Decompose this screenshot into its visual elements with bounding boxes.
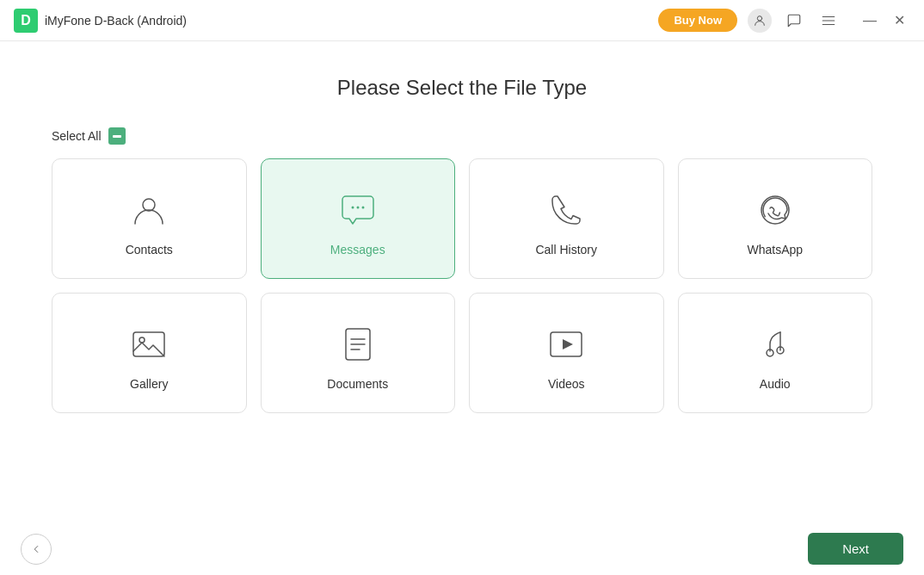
close-button[interactable]: ✕ (889, 10, 910, 30)
svg-point-7 (361, 207, 364, 209)
audio-label: Audio (760, 377, 791, 391)
window-controls: — ✕ (858, 10, 910, 30)
page-title: Please Select the File Type (337, 76, 587, 100)
file-card-whatsapp[interactable]: WhatsApp (678, 158, 873, 279)
svg-point-6 (356, 207, 359, 209)
select-all-checkbox[interactable] (108, 127, 126, 145)
file-card-videos[interactable]: Videos (469, 293, 664, 413)
call-history-icon (544, 188, 588, 232)
call-history-label: Call History (535, 243, 597, 257)
menu-icon[interactable] (816, 9, 841, 33)
gallery-label: Gallery (130, 377, 168, 391)
messages-icon (336, 188, 380, 232)
messages-label: Messages (330, 243, 385, 257)
audio-icon (753, 322, 798, 367)
chat-icon[interactable] (782, 9, 806, 33)
whatsapp-icon (753, 188, 798, 232)
app-logo: D (14, 9, 38, 33)
back-button[interactable] (21, 534, 52, 565)
svg-marker-16 (563, 339, 573, 349)
titlebar-actions: Buy Now — ✕ (658, 9, 910, 33)
svg-point-0 (757, 15, 761, 20)
bottom-bar: Next (0, 522, 924, 575)
select-all-row: Select All (52, 127, 872, 145)
documents-icon (336, 322, 380, 367)
file-card-call-history[interactable]: Call History (469, 158, 664, 279)
videos-label: Videos (548, 377, 585, 391)
app-title: iMyFone D-Back (Android) (45, 14, 658, 28)
minimize-button[interactable]: — (858, 10, 882, 30)
titlebar: D iMyFone D-Back (Android) Buy Now — ✕ (0, 0, 924, 41)
select-all-label: Select All (52, 129, 102, 143)
contacts-icon (126, 188, 171, 232)
svg-point-8 (761, 196, 789, 224)
file-card-audio[interactable]: Audio (678, 293, 873, 413)
main-content: Please Select the File Type Select All C… (0, 41, 924, 522)
gallery-icon (126, 322, 171, 367)
buy-now-button[interactable]: Buy Now (658, 9, 737, 32)
whatsapp-label: WhatsApp (747, 243, 803, 257)
file-card-documents[interactable]: Documents (261, 293, 456, 413)
svg-point-5 (351, 207, 354, 209)
next-button[interactable]: Next (808, 533, 903, 565)
contacts-label: Contacts (126, 243, 173, 257)
file-type-grid: Contacts Messages Call History (52, 158, 872, 413)
logo-letter: D (21, 13, 31, 28)
svg-rect-9 (133, 332, 164, 356)
file-card-gallery[interactable]: Gallery (52, 293, 247, 413)
videos-icon (544, 322, 588, 367)
documents-label: Documents (327, 377, 388, 391)
svg-point-4 (143, 199, 155, 211)
user-icon[interactable] (748, 9, 772, 33)
file-card-messages[interactable]: Messages (261, 158, 456, 279)
file-card-contacts[interactable]: Contacts (52, 158, 247, 279)
svg-point-10 (139, 337, 145, 343)
